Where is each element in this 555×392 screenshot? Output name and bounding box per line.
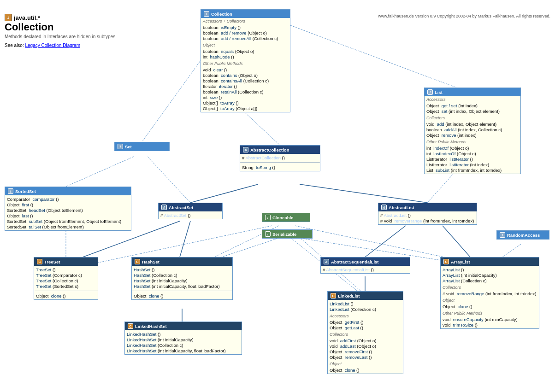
sorted-set-box: I SortedSet Comparator comparator () Obj…: [5, 187, 131, 231]
see-also: See also: Legacy Collection Diagram: [5, 43, 115, 48]
abstract-set-box: A AbstractSet # AbstractSet (): [158, 203, 223, 219]
hashset-header: C HashSet: [132, 257, 232, 266]
svg-line-20: [502, 244, 521, 257]
svg-line-18: [443, 226, 470, 257]
abstract-icon: A: [324, 259, 329, 264]
serializable-box: I Serializable: [262, 229, 313, 239]
interface-icon: I: [204, 11, 209, 17]
svg-line-17: [365, 226, 406, 257]
linkedhashset-box: C LinkedHashSet LinkedHashSet () LinkedH…: [124, 322, 242, 355]
set-header: I Set: [115, 142, 169, 151]
copyright-text: www.falkhausen.de Version 0.9 Copyright …: [378, 14, 550, 18]
collection-header: I Collection: [201, 10, 290, 18]
abstract-list-box: A AbstractList # AbstractList () # void …: [378, 203, 477, 225]
interface-icon: I: [500, 232, 505, 238]
collection-box: I Collection Accessors + Collectors bool…: [201, 9, 290, 112]
hashset-box: C HashSet HashSet () HashSet (Collection…: [131, 257, 233, 300]
class-icon: C: [128, 323, 133, 329]
svg-line-3: [190, 184, 258, 203]
random-access-header: I RandomAccess: [497, 231, 549, 239]
interface-icon: I: [265, 231, 271, 237]
interface-icon: I: [8, 188, 13, 194]
svg-line-6: [148, 157, 190, 203]
abstract-icon: A: [243, 147, 248, 152]
abstract-set-header: A AbstractSet: [159, 203, 222, 211]
java-icon: J: [5, 14, 12, 21]
class-icon: C: [37, 259, 42, 264]
page-header: J java.util.* Collection Methods declare…: [5, 14, 115, 48]
list-header: I List: [425, 88, 520, 96]
random-access-box: I RandomAccess: [496, 230, 549, 240]
linkedhashset-header: C LinkedHashSet: [125, 322, 242, 330]
cloneable-box: I Cloneable: [262, 213, 310, 222]
linkedlist-box: C LinkedList LinkedList () LinkedList (C…: [327, 291, 403, 374]
collection-title: Collection: [5, 21, 115, 33]
interface-icon: I: [427, 89, 433, 95]
class-icon: C: [443, 259, 449, 264]
svg-line-5: [66, 157, 134, 187]
list-box: I List Accessors Object get / set (int i…: [424, 88, 521, 174]
arraylist-box: C ArrayList ArrayList () ArrayList (int …: [440, 257, 539, 329]
svg-line-1: [290, 25, 456, 88]
treeset-header: C TreeSet: [34, 257, 98, 266]
svg-line-9: [180, 221, 190, 257]
interface-icon: I: [265, 215, 271, 220]
svg-line-19: [427, 170, 456, 203]
set-box: I Set: [114, 142, 170, 151]
package-name: J java.util.*: [5, 14, 115, 21]
svg-line-4: [300, 184, 427, 203]
class-icon: C: [135, 259, 140, 264]
abstract-icon: A: [381, 205, 387, 210]
abstract-sequential-list-box: A AbstractSequentialList # AbstractSeque…: [320, 257, 410, 274]
cloneable-header: I Cloneable: [262, 213, 310, 222]
page-description: Methods declared in Interfaces are hidde…: [5, 34, 115, 39]
interface-icon: I: [118, 144, 123, 149]
svg-line-0: [245, 113, 280, 145]
collection-content: boolean isEmpty () boolean add / remove …: [201, 23, 290, 42]
linkedlist-header: C LinkedList: [328, 292, 403, 300]
abstract-collection-box: A AbstractCollection # AbstractCollectio…: [240, 145, 320, 171]
serializable-header: I Serializable: [262, 230, 312, 238]
abstract-sequential-list-header: A AbstractSequentialList: [321, 257, 410, 266]
treeset-box: C TreeSet TreeSet () TreeSet (Comparator…: [34, 257, 98, 300]
legacy-link[interactable]: Legacy Collection Diagram: [25, 43, 80, 48]
sorted-set-header: I SortedSet: [5, 187, 131, 195]
abstract-list-header: A AbstractList: [378, 203, 477, 211]
abstract-icon: A: [161, 205, 167, 210]
arraylist-header: C ArrayList: [441, 257, 539, 266]
class-icon: C: [331, 293, 336, 298]
abstract-collection-header: A AbstractCollection: [240, 146, 320, 154]
